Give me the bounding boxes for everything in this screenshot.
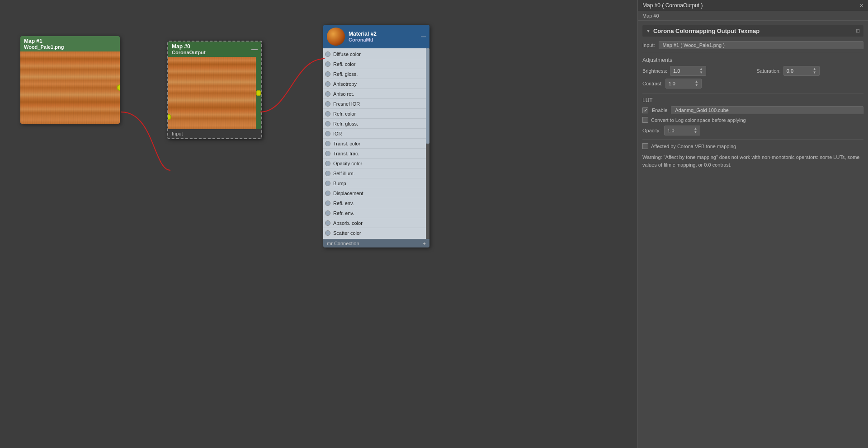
slot-transl-frac[interactable]: Transl. frac.	[323, 149, 429, 159]
brightness-spinners[interactable]: ▲▼	[699, 67, 703, 75]
node-map1-header: Map #1 Wood_Pale1.png	[20, 36, 120, 51]
slot-dot-displacement	[325, 191, 330, 196]
node-material2-title: Material #2	[349, 31, 377, 37]
slot-dot-refr-color	[325, 111, 330, 117]
slot-ior[interactable]: IOR	[323, 129, 429, 139]
saturation-value[interactable]: 0.0 ▲▼	[783, 66, 820, 76]
enable-checkbox[interactable]	[642, 107, 648, 113]
slot-label-refr-color: Refr. color	[333, 111, 356, 117]
adjustments-label: Adjustments	[642, 57, 863, 63]
panel-subheader-text: Map #0	[642, 13, 659, 19]
convert-log-checkbox[interactable]	[642, 117, 648, 123]
adjustments-grid: Brightness: 1.0 ▲▼ Saturation: 0.0 ▲▼ Co…	[642, 66, 863, 89]
node-map1-output-port[interactable]	[117, 84, 120, 91]
slot-label-transl-frac: Transl. frac.	[333, 151, 359, 156]
saturation-field: Saturation: 0.0 ▲▼	[757, 66, 864, 76]
mr-connection-bar[interactable]: mr Connection +	[323, 239, 429, 247]
slot-bump[interactable]: Bump	[323, 178, 429, 188]
slot-refl-env[interactable]: Refl. env.	[323, 198, 429, 208]
enable-row: Enable Adanmq_Gold 100.cube	[642, 106, 863, 114]
lut-file-display[interactable]: Adanmq_Gold 100.cube	[671, 106, 863, 114]
affected-checkbox[interactable]	[642, 143, 648, 149]
slot-refr-color[interactable]: Refr. color	[323, 109, 429, 119]
slot-refr-env[interactable]: Refr. env.	[323, 208, 429, 218]
divider-3	[642, 139, 863, 140]
saturation-spinners[interactable]: ▲▼	[813, 67, 816, 75]
node-map0-minimize[interactable]: —	[251, 46, 258, 53]
input-label: Input:	[642, 42, 655, 48]
node-map0-output-port[interactable]	[256, 90, 261, 96]
node-material2-minimize[interactable]: —	[421, 34, 426, 39]
slot-self-illum[interactable]: Self illum.	[323, 168, 429, 178]
slot-transl-color[interactable]: Transl. color	[323, 139, 429, 149]
affected-row: Affected by Corona VFB tone mapping	[642, 143, 863, 149]
slot-refr-gloss[interactable]: Refr. gloss.	[323, 119, 429, 129]
opacity-label: Opacity:	[642, 128, 660, 133]
contrast-spinners[interactable]: ▲▼	[695, 80, 698, 87]
slot-dot-refr-gloss	[325, 121, 330, 126]
slot-label-absorb-color: Absorb. color	[333, 220, 363, 226]
slot-refl-color[interactable]: Refl. color	[323, 59, 429, 69]
slot-label-refr-gloss: Refr. gloss.	[333, 121, 358, 126]
slot-label-refl-gloss: Refl. gloss.	[333, 71, 358, 77]
slot-dot-transl-frac	[325, 151, 330, 156]
node-material2-text: Material #2 CoronaMtl	[349, 31, 377, 42]
opacity-spinners[interactable]: ▲▼	[693, 127, 697, 134]
slot-dot-opacity-color	[325, 161, 330, 166]
opacity-value[interactable]: 1.0 ▲▼	[664, 126, 700, 135]
panel-title: Map #0 ( CoronaOutput )	[642, 2, 703, 9]
node-map1-preview	[20, 51, 120, 124]
slot-label-fresnel-ior: Fresnel IOR	[333, 101, 360, 107]
slot-anisotropy[interactable]: Anisotropy	[323, 79, 429, 89]
slot-refl-gloss[interactable]: Refl. gloss.	[323, 69, 429, 79]
contrast-label: Contrast:	[642, 81, 663, 86]
collapse-arrow-icon[interactable]: ▼	[646, 28, 651, 33]
slot-label-transl-color: Transl. color	[333, 141, 360, 146]
slots-scrollbar-thumb[interactable]	[426, 48, 429, 144]
panel-close-button[interactable]: ×	[860, 2, 863, 9]
slot-opacity-color[interactable]: Opacity color	[323, 159, 429, 168]
slot-label-ior: IOR	[333, 131, 342, 136]
slot-aniso-rot[interactable]: Aniso rot.	[323, 89, 429, 99]
contrast-field: Contrast: 1.0 ▲▼	[642, 79, 750, 89]
slot-dot-diffuse	[325, 51, 330, 57]
input-field-row: Input: Map #1 ( Wood_Pale1.png )	[642, 41, 863, 49]
brightness-field: Brightness: 1.0 ▲▼	[642, 66, 750, 76]
slot-fresnel-ior[interactable]: Fresnel IOR	[323, 99, 429, 109]
slot-label-self-illum: Self illum.	[333, 171, 355, 176]
node-editor[interactable]: Map #1 Wood_Pale1.png Map #0 CoronaOutpu…	[0, 0, 637, 448]
mr-connection-add-icon[interactable]: +	[423, 241, 426, 246]
slot-dot-self-illum	[325, 171, 330, 176]
slot-dot-transl-color	[325, 141, 330, 146]
slots-scrollbar-track[interactable]	[426, 48, 429, 239]
slot-label-opacity-color: Opacity color	[333, 161, 362, 166]
slot-scatter-color[interactable]: Scatter color	[323, 228, 429, 238]
panel-subheader: Map #0	[638, 11, 868, 21]
right-panel: Map #0 ( CoronaOutput ) × Map #0 ▼ Coron…	[637, 0, 868, 448]
node-map0-title: Map #0	[172, 43, 206, 50]
node-map0-input-label: Input	[168, 129, 261, 138]
slot-dot-refl-env	[325, 201, 330, 206]
slot-dot-refl-gloss	[325, 71, 330, 77]
material-preview-sphere	[327, 28, 345, 46]
section-header-corona: ▼ Corona Colormapping Output Texmap ⊞	[642, 25, 863, 37]
slot-label-displacement: Displacement	[333, 191, 363, 196]
contrast-value[interactable]: 1.0 ▲▼	[665, 79, 702, 89]
brightness-label: Brightness:	[642, 68, 667, 74]
slot-displacement[interactable]: Displacement	[323, 188, 429, 198]
node-map1[interactable]: Map #1 Wood_Pale1.png	[20, 36, 120, 124]
slot-label-anisotropy: Anisotropy	[333, 81, 357, 87]
lut-title: LUT	[642, 97, 863, 103]
node-map1-subtitle: Wood_Pale1.png	[24, 44, 116, 50]
brightness-value[interactable]: 1.0 ▲▼	[670, 66, 706, 76]
slot-dot-refr-env	[325, 210, 330, 216]
node-material2[interactable]: Material #2 CoronaMtl — Diffuse color Re…	[323, 25, 429, 247]
node-map0[interactable]: Map #0 CoronaOutput — Input	[167, 41, 262, 139]
slot-dot-aniso-rot	[325, 91, 330, 97]
slot-label-refl-env: Refl. env.	[333, 201, 354, 206]
slot-dot-refl-color	[325, 61, 330, 67]
node-map0-header-text: Map #0 CoronaOutput	[172, 43, 206, 55]
slot-absorb-color[interactable]: Absorb. color	[323, 218, 429, 228]
input-value-display: Map #1 ( Wood_Pale1.png )	[659, 41, 863, 49]
slot-diffuse-color[interactable]: Diffuse color	[323, 49, 429, 59]
